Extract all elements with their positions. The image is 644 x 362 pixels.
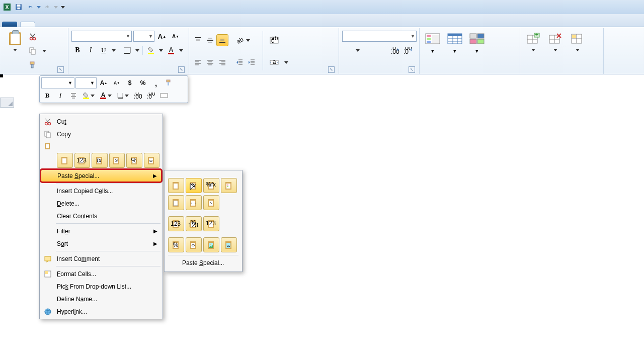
undo-button[interactable]	[25, 2, 35, 12]
delete-cells-button[interactable]	[545, 30, 566, 72]
paste-option-values[interactable]: 123	[74, 153, 91, 168]
mini-shrink-font[interactable]: A▼	[111, 77, 123, 88]
undo-dropdown[interactable]	[37, 6, 41, 9]
menu-format-cells[interactable]: Format Cells...	[41, 267, 162, 280]
mini-percent[interactable]: %	[137, 77, 149, 88]
sm-paste-column-widths[interactable]	[186, 195, 202, 210]
underline-dropdown[interactable]	[111, 45, 117, 56]
conditional-formatting-button[interactable]: ▾	[423, 30, 443, 72]
mini-currency[interactable]: $	[124, 77, 136, 88]
cell-styles-button[interactable]: ▾	[467, 30, 487, 72]
sm-values-source[interactable]: 123	[203, 216, 219, 231]
mini-grow-font[interactable]: A▲	[98, 77, 110, 88]
borders-button[interactable]	[121, 45, 133, 56]
save-button[interactable]	[14, 2, 24, 12]
select-all-corner[interactable]	[0, 98, 14, 108]
mini-font-color[interactable]: A	[98, 90, 114, 101]
tab-home[interactable]	[20, 22, 35, 27]
menu-filter[interactable]: Filter▶	[41, 225, 162, 237]
clipboard-launcher[interactable]: ⤡	[57, 66, 64, 73]
align-top-button[interactable]	[192, 34, 204, 46]
alignment-launcher[interactable]: ⤡	[328, 66, 335, 73]
tab-view[interactable]	[117, 22, 132, 27]
sm-picture[interactable]	[203, 237, 219, 252]
paste-option-transpose[interactable]	[109, 153, 125, 168]
sm-formatting[interactable]: %	[168, 237, 184, 252]
mini-decrease-decimal[interactable]: .00.0	[145, 90, 157, 101]
paste-button[interactable]	[5, 30, 25, 72]
underline-button[interactable]: U	[98, 45, 110, 56]
menu-clear-contents[interactable]: Clear Contents	[41, 210, 162, 222]
decrease-decimal-button[interactable]: .00.0	[401, 45, 414, 56]
align-middle-button[interactable]	[204, 34, 216, 46]
menu-insert-comment[interactable]: Insert Comment	[41, 252, 162, 265]
tab-insert[interactable]	[36, 22, 51, 27]
menu-hyperlink[interactable]: Hyperlink...	[41, 305, 162, 318]
fill-color-button[interactable]	[145, 45, 157, 56]
menu-insert-copied-cells[interactable]: Insert Copied Cells...	[41, 185, 162, 197]
paste-option-link[interactable]	[144, 153, 160, 168]
align-left-button[interactable]	[192, 56, 204, 68]
format-as-table-button[interactable]: ▾	[445, 30, 465, 72]
excel-icon[interactable]: X	[2, 2, 12, 12]
menu-pick-from-list[interactable]: Pick From Drop-down List...	[41, 280, 162, 293]
mini-align-center[interactable]	[67, 90, 79, 101]
tab-formulas[interactable]	[68, 22, 84, 27]
menu-cut[interactable]: Cut	[41, 115, 162, 128]
align-right-button[interactable]	[216, 56, 228, 68]
tab-file[interactable]	[2, 22, 17, 27]
font-launcher[interactable]: ⤡	[178, 66, 185, 73]
mini-italic[interactable]: I	[54, 90, 66, 101]
wrap-text-button[interactable]: abc	[268, 35, 290, 46]
mini-increase-decimal[interactable]: .0.00	[132, 90, 144, 101]
shrink-font-button[interactable]: A▼	[170, 31, 182, 42]
insert-cells-button[interactable]: +	[523, 30, 543, 72]
sm-paste-all[interactable]	[168, 178, 184, 193]
accounting-dropdown[interactable]	[355, 45, 361, 56]
percent-button[interactable]	[361, 45, 373, 56]
align-center-button[interactable]	[204, 56, 216, 68]
sm-paste-keep-source[interactable]	[221, 178, 237, 193]
redo-button[interactable]	[42, 2, 52, 12]
sm-link[interactable]	[186, 237, 202, 252]
fill-color-dropdown[interactable]	[158, 45, 164, 56]
redo-dropdown[interactable]	[54, 6, 58, 9]
bold-button[interactable]: B	[71, 45, 84, 56]
sm-linked-picture[interactable]	[221, 237, 237, 252]
mini-font-combo[interactable]: ▼	[41, 77, 74, 88]
italic-button[interactable]: I	[85, 45, 97, 56]
menu-define-name[interactable]: Define Name...	[41, 293, 162, 305]
mini-fill-color[interactable]	[80, 90, 97, 101]
number-format-combo[interactable]: ▼	[342, 31, 417, 42]
increase-decimal-button[interactable]: .0.00	[389, 45, 401, 56]
qat-customize[interactable]	[61, 6, 65, 9]
menu-delete[interactable]: Delete...	[41, 197, 162, 210]
paste-option-formatting[interactable]: %	[126, 153, 142, 168]
tab-page-layout[interactable]	[52, 22, 67, 27]
sm-values[interactable]: 123	[168, 216, 184, 231]
mini-format-painter[interactable]	[163, 77, 175, 88]
mini-borders[interactable]	[115, 90, 131, 101]
font-size-combo[interactable]: ▼	[133, 31, 154, 42]
increase-indent-button[interactable]	[246, 57, 258, 68]
font-color-dropdown[interactable]	[178, 45, 184, 56]
copy-button[interactable]	[27, 45, 48, 56]
paste-option-formulas[interactable]: fx	[92, 153, 108, 168]
sm-paste-special-dialog[interactable]: Paste Special...	[168, 257, 238, 269]
mini-size-combo[interactable]: ▼	[75, 77, 97, 88]
tab-data[interactable]	[85, 22, 100, 27]
font-name-combo[interactable]: ▼	[71, 31, 132, 42]
font-color-button[interactable]: A	[165, 45, 177, 56]
grow-font-button[interactable]: A▲	[156, 31, 168, 42]
accounting-format-button[interactable]	[342, 45, 354, 56]
comma-button[interactable]	[374, 45, 386, 56]
sm-paste-transpose[interactable]	[203, 195, 219, 210]
format-cells-button[interactable]	[568, 30, 588, 72]
number-launcher[interactable]: ⤡	[409, 66, 415, 73]
orientation-button[interactable]: ab	[233, 35, 258, 46]
mini-merge[interactable]	[158, 90, 170, 101]
tab-review[interactable]	[101, 22, 116, 27]
sm-paste-formulas[interactable]: fx	[186, 178, 202, 193]
menu-copy[interactable]: Copy	[41, 128, 162, 140]
merge-center-button[interactable]: a	[268, 57, 290, 68]
